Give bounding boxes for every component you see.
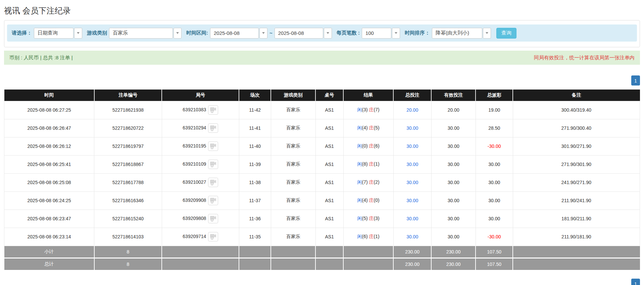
valid-bet-cell: 30.00 — [431, 210, 476, 228]
replay-button[interactable] — [208, 141, 218, 151]
col-bet-id: 注单编号 — [94, 90, 162, 101]
result-cell: 闲(8) 庄(1) — [343, 155, 393, 173]
remark-cell: 271.90/301.90 — [513, 155, 640, 173]
table-no-cell: AS1 — [315, 228, 343, 246]
table-row: 2025-08-08 06:27:25 522718621938 6392103… — [4, 101, 640, 119]
session-cell: 11-36 — [239, 210, 271, 228]
round-cell: 639210109 — [162, 155, 239, 173]
player-result-score: (7) — [362, 179, 368, 185]
video-replay-icon — [210, 143, 216, 149]
round-cell: 639210383 — [162, 101, 239, 119]
replay-button[interactable] — [208, 178, 218, 187]
player-result-score: (8) — [362, 161, 368, 167]
table-no-cell: AS1 — [315, 210, 343, 228]
page-1-button[interactable]: 1 — [631, 75, 640, 86]
table-row: 2025-08-08 06:23:14 522718614103 6392097… — [4, 228, 640, 246]
currency-summary-text: 币别 : 人民币 | 总共 :8 注单 | — [9, 55, 73, 61]
subtotal-label: 小计 — [4, 246, 94, 258]
total-bet-link[interactable]: 20.00 — [406, 107, 418, 113]
time-cell: 2025-08-08 06:25:08 — [4, 173, 94, 191]
session-cell: 11-37 — [239, 191, 271, 210]
replay-button[interactable] — [208, 123, 218, 133]
page: 视讯 会员下注纪录 请选择： 日期查询 游戏类别 百家乐 时间区间: 2025-… — [0, 0, 644, 285]
table-no-cell: AS1 — [315, 101, 343, 119]
total-bet-link[interactable]: 30.00 — [406, 180, 418, 185]
replay-button[interactable] — [208, 196, 218, 205]
bet-id-cell: 522718620722 — [94, 119, 162, 137]
payout-value: 19.00 — [488, 107, 500, 113]
summary-bar: 币别 : 人民币 | 总共 :8 注单 | 同局有效投注，统一计算在该局第一张注… — [4, 51, 640, 65]
total-bet-link[interactable]: 30.00 — [406, 144, 418, 149]
round-id: 639209808 — [183, 216, 206, 221]
chevron-down-icon[interactable] — [324, 28, 332, 39]
banker-result-label: 庄 — [369, 197, 374, 203]
search-button[interactable]: 查询 — [496, 28, 516, 39]
replay-button[interactable] — [208, 105, 218, 115]
round-id: 639210109 — [183, 161, 206, 167]
player-result-score: (5) — [362, 216, 368, 221]
session-cell: 11-40 — [239, 137, 271, 155]
payout-value: -30.00 — [488, 234, 501, 239]
game-type-select[interactable]: 百家乐 — [109, 28, 182, 39]
total-bet-link[interactable]: 30.00 — [406, 198, 418, 203]
chevron-down-icon[interactable] — [392, 28, 400, 39]
page-1-button[interactable]: 1 — [631, 279, 640, 285]
game-type-cell: 百家乐 — [271, 210, 315, 228]
result-cell: 闲(3) 庄(7) — [343, 101, 393, 119]
col-remark: 备注 — [513, 90, 640, 101]
time-cell: 2025-08-08 06:27:25 — [4, 101, 94, 119]
chevron-down-icon[interactable] — [74, 28, 82, 39]
round-cell: 639209908 — [162, 191, 239, 210]
subtotal-total-bet: 230.00 — [393, 246, 431, 258]
session-cell: 11-41 — [239, 119, 271, 137]
remark-cell: 300.40/319.40 — [513, 101, 640, 119]
table-footer: 小计 8 230.00 230.00 107.50 总计 8 230.00 23… — [4, 246, 640, 270]
page-size-value[interactable]: 100 — [362, 28, 391, 39]
remark-cell: 211.90/241.90 — [513, 191, 640, 210]
date-to-value[interactable]: 2025-08-08 — [275, 28, 323, 39]
game-type-cell: 百家乐 — [271, 155, 315, 173]
bet-id-cell: 522718615240 — [94, 210, 162, 228]
page-size-select[interactable]: 100 — [362, 28, 400, 39]
player-result-label: 闲 — [357, 179, 362, 185]
total-bet-link[interactable]: 30.00 — [406, 125, 418, 131]
date-range-label: 时间区间: — [186, 30, 208, 36]
game-type-cell: 百家乐 — [271, 101, 315, 119]
table-row: 2025-08-08 06:24:25 522718616346 6392099… — [4, 191, 640, 210]
date-from-value[interactable]: 2025-08-08 — [210, 28, 259, 39]
valid-bet-cell: 30.00 — [431, 137, 476, 155]
total-bet-link[interactable]: 30.00 — [406, 162, 418, 167]
remark-cell: 241.90/271.90 — [513, 173, 640, 191]
round-id: 639210383 — [183, 107, 206, 112]
time-sort-select[interactable]: 降幂(由大到小) — [432, 28, 491, 39]
player-result-label: 闲 — [357, 125, 362, 130]
total-bet-cell: 30.00 — [393, 155, 431, 173]
round-id: 639210027 — [183, 179, 206, 185]
query-mode-select[interactable]: 日期查询 — [34, 28, 82, 39]
round-id: 639210195 — [183, 143, 206, 149]
total-bet-link[interactable]: 30.00 — [406, 234, 418, 239]
date-to-select[interactable]: 2025-08-08 — [275, 28, 332, 39]
table-no-cell: AS1 — [315, 119, 343, 137]
date-from-select[interactable]: 2025-08-08 — [210, 28, 267, 39]
bet-id-cell: 522718618867 — [94, 155, 162, 173]
payout-cell: 30.00 — [476, 191, 513, 210]
banker-result-label: 庄 — [369, 234, 374, 239]
chevron-down-icon[interactable] — [483, 28, 491, 39]
session-cell: 11-38 — [239, 173, 271, 191]
chevron-down-icon[interactable] — [259, 28, 267, 39]
total-bet-link[interactable]: 30.00 — [406, 216, 418, 221]
page-title: 视讯 会员下注纪录 — [4, 0, 640, 20]
valid-bet-cell: 30.00 — [431, 228, 476, 246]
time-cell: 2025-08-08 06:23:47 — [4, 210, 94, 228]
game-type-value[interactable]: 百家乐 — [109, 28, 173, 39]
replay-button[interactable] — [208, 160, 218, 169]
banker-result-label: 庄 — [369, 143, 374, 149]
video-replay-icon — [210, 234, 216, 240]
time-sort-value[interactable]: 降幂(由大到小) — [432, 28, 482, 39]
replay-button[interactable] — [208, 214, 218, 223]
replay-button[interactable] — [208, 232, 218, 241]
query-mode-value[interactable]: 日期查询 — [34, 28, 73, 39]
chevron-down-icon[interactable] — [174, 28, 182, 39]
remark-cell: 211.90/181.90 — [513, 228, 640, 246]
